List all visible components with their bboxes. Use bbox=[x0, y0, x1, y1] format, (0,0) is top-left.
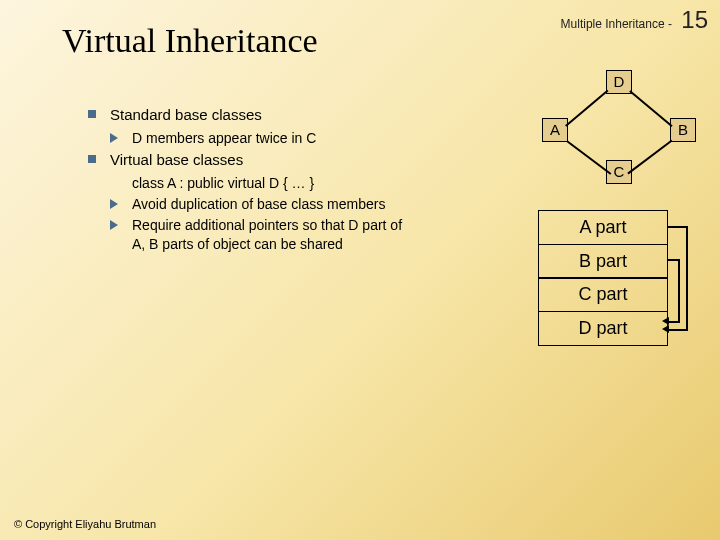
edge-B-C bbox=[628, 140, 673, 174]
header-meta: Multiple Inheritance - 15 bbox=[561, 6, 708, 34]
inheritance-diagram: D A B C A part B part C part D part bbox=[460, 70, 700, 380]
bullet-content: Standard base classes D members appear t… bbox=[88, 105, 418, 256]
bullet-virtual-sub1: Avoid duplication of base class members bbox=[88, 195, 418, 214]
node-A: A bbox=[542, 118, 568, 142]
page-number: 15 bbox=[681, 6, 708, 33]
copyright: © Copyright Eliyahu Brutman bbox=[14, 518, 156, 530]
edge-D-A bbox=[565, 90, 608, 127]
bullet-virtual-sub2: Require additional pointers so that D pa… bbox=[88, 216, 418, 254]
section-label: Multiple Inheritance - bbox=[561, 17, 672, 31]
object-layout-table: A part B part C part D part bbox=[538, 210, 668, 346]
part-B: B part bbox=[538, 244, 668, 279]
edge-D-B bbox=[630, 90, 673, 127]
bullet-standard: Standard base classes bbox=[88, 105, 418, 125]
bullet-virtual-code: class A : public virtual D { … } bbox=[88, 174, 418, 193]
part-C: C part bbox=[538, 277, 668, 312]
bullet-virtual: Virtual base classes bbox=[88, 150, 418, 170]
page-title: Virtual Inheritance bbox=[62, 22, 318, 60]
edge-A-C bbox=[567, 140, 612, 174]
node-D: D bbox=[606, 70, 632, 94]
node-B: B bbox=[670, 118, 696, 142]
part-D: D part bbox=[538, 311, 668, 346]
bullet-standard-sub1: D members appear twice in C bbox=[88, 129, 418, 148]
part-A: A part bbox=[538, 210, 668, 245]
